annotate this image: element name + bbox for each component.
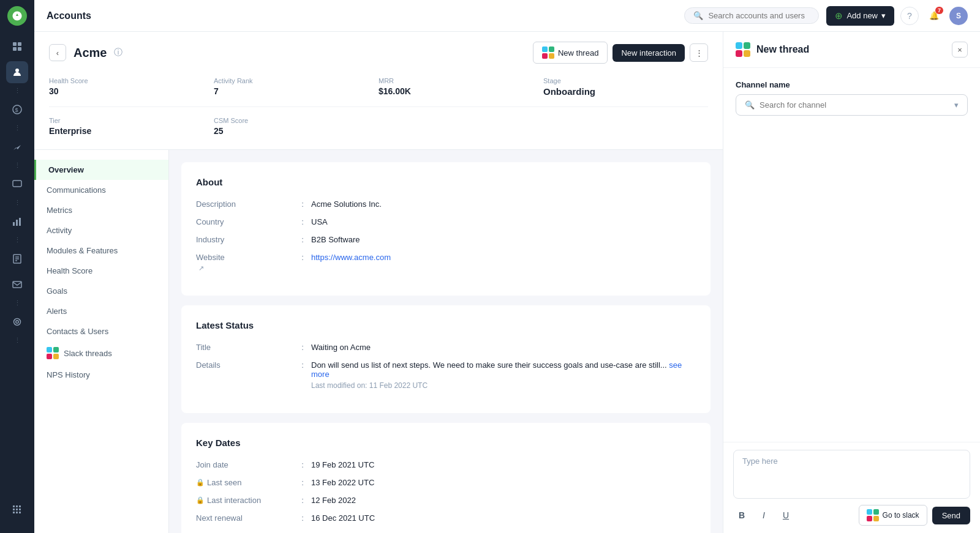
sidenav-alerts[interactable]: Alerts bbox=[34, 301, 168, 321]
mrr-value: $16.00K bbox=[379, 86, 543, 96]
new-thread-button[interactable]: New thread bbox=[533, 42, 608, 64]
last-interaction-value: 12 Feb 2022 bbox=[311, 496, 696, 505]
app-logo[interactable] bbox=[7, 6, 27, 26]
nav-analytics-dots: ⋮ bbox=[14, 236, 21, 244]
csm-score-label: CSM Score bbox=[214, 117, 379, 124]
sidenav-health-score[interactable]: Health Score bbox=[34, 261, 168, 281]
tier-stat: Tier Enterprise bbox=[49, 113, 214, 140]
svg-rect-21 bbox=[19, 509, 21, 510]
channel-search-box[interactable]: 🔍 ▾ bbox=[736, 94, 968, 116]
channel-name-label: Channel name bbox=[736, 80, 968, 89]
back-button[interactable]: ‹ bbox=[49, 44, 66, 61]
nav-dashboard-icon[interactable] bbox=[6, 35, 28, 58]
new-thread-label: New thread bbox=[558, 48, 598, 58]
svg-rect-7 bbox=[13, 181, 21, 187]
country-value: USA bbox=[311, 217, 696, 226]
sidenav-goals[interactable]: Goals bbox=[34, 281, 168, 301]
bold-button[interactable]: B bbox=[733, 507, 750, 524]
more-options-button[interactable]: ⋮ bbox=[690, 43, 708, 62]
topnav-actions: ⊕ Add new ▾ ? 🔔 7 S bbox=[826, 6, 968, 26]
nav-revenue-dots: ⋮ bbox=[14, 124, 21, 132]
message-input[interactable]: Type here bbox=[733, 450, 970, 499]
csm-score-value: 25 bbox=[214, 126, 379, 136]
website-link[interactable]: https://www.acme.com bbox=[311, 253, 696, 262]
sidenav-modules[interactable]: Modules & Features bbox=[34, 240, 168, 261]
nav-messages-dots: ⋮ bbox=[14, 199, 21, 207]
nav-goals-icon[interactable] bbox=[6, 136, 28, 158]
nav-grid-icon[interactable] bbox=[6, 499, 28, 521]
avatar[interactable]: S bbox=[949, 7, 968, 25]
info-icon[interactable]: ⓘ bbox=[114, 47, 123, 58]
status-details-value: Don will send us list of next steps. We … bbox=[311, 360, 667, 370]
tier-value: Enterprise bbox=[49, 126, 214, 136]
channel-search-input[interactable] bbox=[760, 100, 949, 110]
notifications-button[interactable]: 🔔 7 bbox=[925, 7, 943, 25]
activity-rank-label: Activity Rank bbox=[214, 77, 379, 84]
sidenav-activity[interactable]: Activity bbox=[34, 220, 168, 240]
help-button[interactable]: ? bbox=[900, 7, 919, 25]
slack-logo-icon bbox=[542, 47, 554, 59]
sidenav-slack-threads[interactable]: Slack threads bbox=[34, 341, 168, 365]
last-interaction-row: 🔒 Last interaction : 12 Feb 2022 bbox=[196, 496, 696, 505]
send-button[interactable]: Send bbox=[932, 507, 970, 524]
status-details-row: Details : Don will send us list of next … bbox=[196, 360, 696, 390]
nav-revenue-icon[interactable]: $ bbox=[6, 99, 28, 121]
status-title-label: Title bbox=[196, 343, 294, 352]
about-section: About Description : Acme Solutions Inc. … bbox=[181, 162, 710, 296]
sidenav-contacts-users[interactable]: Contacts & Users bbox=[34, 321, 168, 341]
sidenav-metrics[interactable]: Metrics bbox=[34, 200, 168, 220]
svg-rect-19 bbox=[13, 509, 15, 510]
svg-rect-20 bbox=[16, 509, 18, 510]
italic-button[interactable]: I bbox=[755, 507, 772, 524]
mrr-label: MRR bbox=[379, 77, 543, 84]
svg-rect-8 bbox=[13, 222, 15, 226]
stage-value: Onboarding bbox=[543, 86, 708, 97]
new-thread-panel: New thread × Channel name 🔍 ▾ Type here bbox=[723, 32, 980, 533]
activity-rank-stat: Activity Rank 7 bbox=[214, 73, 379, 100]
svg-rect-3 bbox=[18, 47, 21, 51]
status-title-value: Waiting on Acme bbox=[311, 343, 696, 352]
status-details-label: Details bbox=[196, 360, 294, 370]
nav-settings-icon[interactable] bbox=[6, 311, 28, 333]
country-label: Country bbox=[196, 217, 294, 226]
underline-button[interactable]: U bbox=[777, 507, 794, 524]
join-date-label: Join date bbox=[196, 460, 294, 469]
sidenav-nps-history[interactable]: NPS History bbox=[34, 365, 168, 385]
topnav: Accounts 🔍 ⊕ Add new ▾ ? 🔔 7 S bbox=[34, 0, 980, 32]
channel-search-icon: 🔍 bbox=[745, 100, 755, 110]
new-interaction-button[interactable]: New interaction bbox=[612, 44, 685, 62]
sidenav-communications[interactable]: Communications bbox=[34, 180, 168, 200]
search-box[interactable]: 🔍 bbox=[684, 7, 819, 24]
panel-close-button[interactable]: × bbox=[952, 42, 968, 58]
message-placeholder: Type here bbox=[742, 457, 778, 466]
nav-email-icon[interactable] bbox=[6, 274, 28, 296]
icon-sidebar: ⋮ $ ⋮ ⋮ ⋮ ⋮ ⋮ ⋮ bbox=[0, 0, 34, 533]
nav-reports-icon[interactable] bbox=[6, 248, 28, 270]
nav-accounts-icon[interactable] bbox=[6, 61, 28, 83]
sidenav-overview[interactable]: Overview bbox=[34, 160, 168, 180]
svg-rect-23 bbox=[16, 512, 18, 513]
panel-header: New thread × bbox=[723, 32, 980, 68]
slack-logo-btn-icon bbox=[867, 509, 879, 521]
nav-settings-dots: ⋮ bbox=[14, 337, 21, 345]
tier-label: Tier bbox=[49, 117, 214, 124]
website-label: Website bbox=[196, 253, 294, 262]
health-score-stat: Health Score 30 bbox=[49, 73, 214, 100]
svg-rect-0 bbox=[13, 42, 17, 46]
nav-messages-icon[interactable] bbox=[6, 173, 28, 195]
external-link-icon: ↗ bbox=[198, 264, 294, 272]
notif-badge: 7 bbox=[935, 7, 943, 14]
description-value: Acme Solutions Inc. bbox=[311, 199, 696, 209]
nav-analytics-icon[interactable] bbox=[6, 211, 28, 233]
latest-status-title: Latest Status bbox=[196, 320, 696, 330]
search-input[interactable] bbox=[708, 11, 810, 20]
go-to-slack-button[interactable]: Go to slack bbox=[859, 505, 927, 526]
panel-footer: Type here B I U Go to slack Send bbox=[723, 442, 980, 533]
account-name: Acme bbox=[74, 46, 107, 60]
nav-accounts-dots: ⋮ bbox=[14, 87, 21, 95]
join-date-value: 19 Feb 2021 UTC bbox=[311, 460, 696, 469]
svg-rect-1 bbox=[18, 42, 21, 46]
svg-rect-22 bbox=[13, 512, 15, 513]
add-new-button[interactable]: ⊕ Add new ▾ bbox=[826, 6, 894, 26]
last-seen-value: 13 Feb 2022 UTC bbox=[311, 478, 696, 487]
